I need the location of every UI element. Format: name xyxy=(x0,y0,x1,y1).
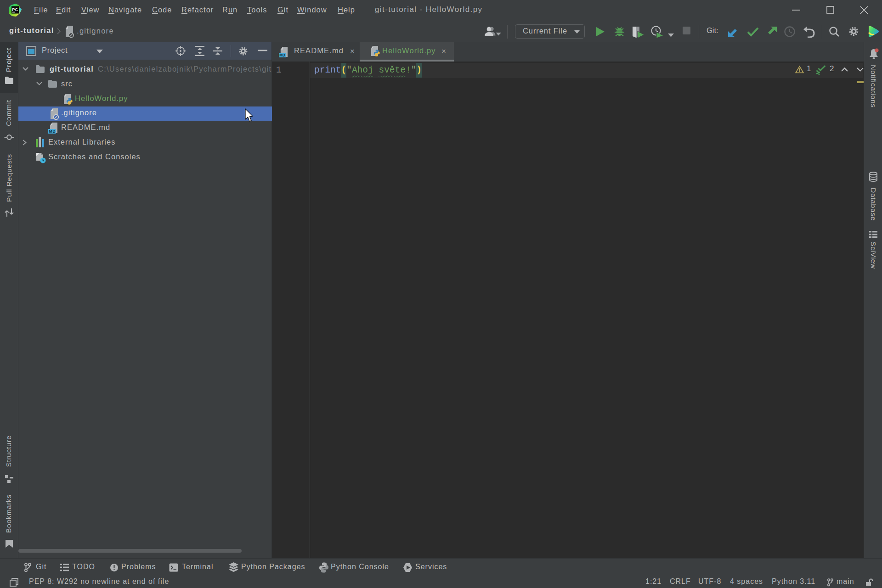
svg-text:PC: PC xyxy=(12,7,18,12)
svg-text:MD: MD xyxy=(279,53,285,57)
svg-text:MD: MD xyxy=(49,129,56,134)
